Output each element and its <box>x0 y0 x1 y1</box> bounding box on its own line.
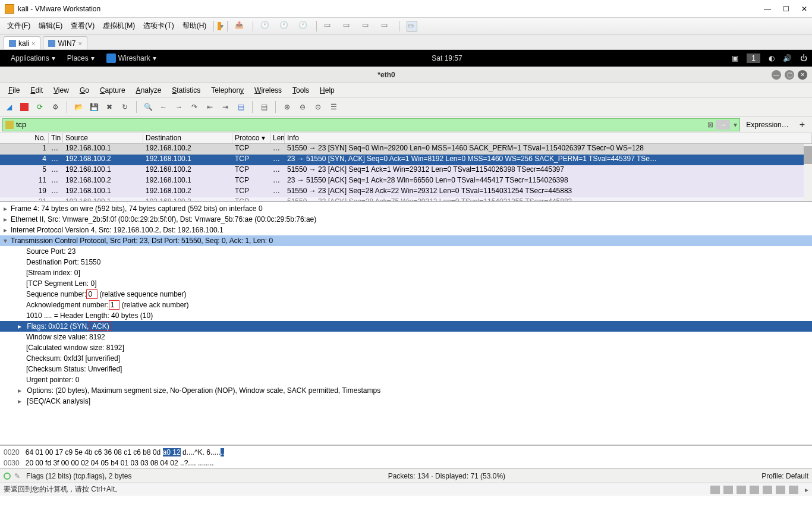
workspace-badge[interactable]: 1 <box>747 53 760 63</box>
reload-icon[interactable]: ↻ <box>118 100 131 114</box>
hex-pane[interactable]: 0020 64 01 00 17 c9 5e 4b c6 36 08 c1 c6… <box>0 445 812 468</box>
packet-row[interactable]: 19…192.168.100.1192.168.100.2TCP…51550 →… <box>0 187 812 197</box>
device-icon[interactable] <box>763 486 772 494</box>
clock3-icon[interactable]: 🕐 <box>298 21 309 32</box>
tab-win7[interactable]: WIN7 × <box>43 36 87 49</box>
ws-close-button[interactable]: ✕ <box>798 70 807 80</box>
power-icon[interactable]: ⏻ <box>800 54 807 62</box>
packet-details[interactable]: ▸Frame 4: 74 bytes on wire (592 bits), 7… <box>0 201 812 445</box>
ws-menu-tools[interactable]: Tools <box>288 84 314 96</box>
zoom-reset-icon[interactable]: ⊙ <box>311 100 325 114</box>
start-capture-icon[interactable]: ◢ <box>2 100 15 114</box>
menu-file[interactable]: 文件(F) <box>4 18 34 33</box>
restart-capture-icon[interactable]: ⟳ <box>33 100 46 114</box>
expand-icon[interactable]: ▸ <box>805 486 808 494</box>
col-time[interactable]: Tin <box>49 133 63 143</box>
device-icon[interactable] <box>710 486 720 494</box>
zoom-in-icon[interactable]: ⊕ <box>281 100 294 114</box>
tab-close-icon[interactable]: × <box>32 40 35 47</box>
detail-urg[interactable]: Urgent pointer: 0 <box>0 374 812 385</box>
packet-row[interactable]: 1…192.168.100.1192.168.100.2TCP…51550 → … <box>0 144 812 155</box>
detail-opts[interactable]: ▸ Options: (20 bytes), Maximum segment s… <box>0 385 812 396</box>
expression-button[interactable]: Expression… <box>742 121 792 129</box>
detail-frame[interactable]: ▸Frame 4: 74 bytes on wire (592 bits), 7… <box>0 203 812 214</box>
places-menu[interactable]: Places ▾ <box>61 54 100 62</box>
detail-ckstat[interactable]: [Checksum Status: Unverified] <box>0 364 812 374</box>
snapshot-icon[interactable]: 📤 <box>235 21 246 32</box>
resize-cols-icon[interactable]: ☰ <box>327 100 340 114</box>
clock[interactable]: Sat 19:57 <box>162 54 732 62</box>
col-no[interactable]: No. <box>0 133 49 143</box>
detail-tcp[interactable]: ▾Transmission Control Protocol, Src Port… <box>0 235 812 246</box>
save-icon[interactable]: 💾 <box>87 100 100 114</box>
tab-close-icon[interactable]: × <box>78 40 81 47</box>
add-filter-button[interactable]: + <box>795 119 810 130</box>
maximize-button[interactable]: ☐ <box>783 5 789 13</box>
zoom-out-icon[interactable]: ⊖ <box>296 100 309 114</box>
packet-row[interactable]: 11…192.168.100.2192.168.100.1TCP…23 → 51… <box>0 176 812 187</box>
ws-menu-capture[interactable]: Capture <box>95 84 130 96</box>
close-file-icon[interactable]: ✖ <box>103 100 116 114</box>
menu-help[interactable]: 帮助(H) <box>179 18 210 33</box>
packet-list-header[interactable]: No. Tin Source Destination Protoco ▾ Len… <box>0 133 812 144</box>
prev-icon[interactable]: ← <box>157 100 170 114</box>
hex-row[interactable]: 0020 64 01 00 17 c9 5e 4b c6 36 08 c1 c6… <box>4 447 808 458</box>
apply-filter-icon[interactable]: → <box>716 120 730 130</box>
detail-cksum[interactable]: Checksum: 0xfd3f [unverified] <box>0 353 812 364</box>
minimize-button[interactable]: — <box>764 5 771 13</box>
clock1-icon[interactable]: 🕐 <box>260 21 271 32</box>
ws-menu-telephony[interactable]: Telephony <box>206 84 248 96</box>
ws-minimize-button[interactable]: — <box>772 70 781 80</box>
open-icon[interactable]: 📂 <box>72 100 85 114</box>
applications-menu[interactable]: Applications ▾ <box>5 54 61 62</box>
stop-capture-icon[interactable] <box>18 100 31 114</box>
expert-info-icon[interactable] <box>4 473 11 480</box>
detail-seqack[interactable]: ▸ [SEQ/ACK analysis] <box>0 396 812 407</box>
detail-seq[interactable]: Sequence number:0 (relative sequence num… <box>0 289 812 300</box>
detail-winsize[interactable]: Window size value: 8192 <box>0 332 812 342</box>
colorize-icon[interactable]: ▤ <box>257 100 270 114</box>
view3-icon[interactable]: ▭ <box>362 21 373 32</box>
close-button[interactable]: ✕ <box>801 5 807 13</box>
clock2-icon[interactable]: 🕐 <box>279 21 290 32</box>
col-source[interactable]: Source <box>63 133 143 143</box>
menu-tabs[interactable]: 选项卡(T) <box>140 18 177 33</box>
detail-calcwin[interactable]: [Calculated window size: 8192] <box>0 342 812 353</box>
view4-icon[interactable]: ▭ <box>381 21 392 32</box>
detail-ip[interactable]: ▸Internet Protocol Version 4, Src: 192.1… <box>0 225 812 235</box>
detail-seglen[interactable]: [TCP Segment Len: 0] <box>0 278 812 289</box>
packet-row[interactable]: 5…192.168.100.1192.168.100.2TCP…51550 → … <box>0 165 812 176</box>
jump-icon[interactable]: ↷ <box>188 100 201 114</box>
view2-icon[interactable]: ▭ <box>343 21 354 32</box>
tab-kali[interactable]: kali × <box>4 36 40 49</box>
device-icon[interactable] <box>776 486 785 494</box>
hex-row[interactable]: 0030 20 00 fd 3f 00 00 02 04 05 b4 01 03… <box>4 458 808 468</box>
first-icon[interactable]: ⇤ <box>203 100 216 114</box>
clear-filter-icon[interactable]: ⊠ <box>705 121 716 129</box>
detail-stream[interactable]: [Stream index: 0] <box>0 267 812 278</box>
ws-menu-wireless[interactable]: Wireless <box>250 84 287 96</box>
view1-icon[interactable]: ▭ <box>324 21 335 32</box>
packet-list[interactable]: No. Tin Source Destination Protoco ▾ Len… <box>0 133 812 201</box>
device-icon[interactable] <box>789 486 798 494</box>
notes-icon[interactable]: ✎ <box>14 472 23 480</box>
device-icon[interactable] <box>723 486 733 494</box>
menu-view[interactable]: 查看(V) <box>67 18 98 33</box>
ws-maximize-button[interactable]: ▢ <box>785 70 794 80</box>
device-icon[interactable] <box>750 486 759 494</box>
detail-dstport[interactable]: Destination Port: 51550 <box>0 257 812 267</box>
menu-edit[interactable]: 编辑(E) <box>35 18 66 33</box>
ws-menu-statistics[interactable]: Statistics <box>167 84 205 96</box>
volume-icon[interactable]: 🔊 <box>783 54 792 62</box>
ws-menu-edit[interactable]: Edit <box>26 84 48 96</box>
bookmark-icon[interactable] <box>5 121 14 129</box>
status-profile[interactable]: Profile: Default <box>761 472 808 480</box>
next-icon[interactable]: → <box>172 100 185 114</box>
wireshark-app[interactable]: Wireshark ▾ <box>100 53 162 63</box>
col-len[interactable]: Len <box>270 133 285 143</box>
screencast-icon[interactable]: ▣ <box>732 54 738 62</box>
menu-vm[interactable]: 虚拟机(M) <box>99 18 139 33</box>
packet-row[interactable]: 21…192.168.100.1192.168.100.2TCP…51550 →… <box>0 197 812 201</box>
detail-ack[interactable]: Acknowledgment number:1 (relative ack nu… <box>0 300 812 310</box>
accessibility-icon[interactable]: ◐ <box>769 54 775 62</box>
